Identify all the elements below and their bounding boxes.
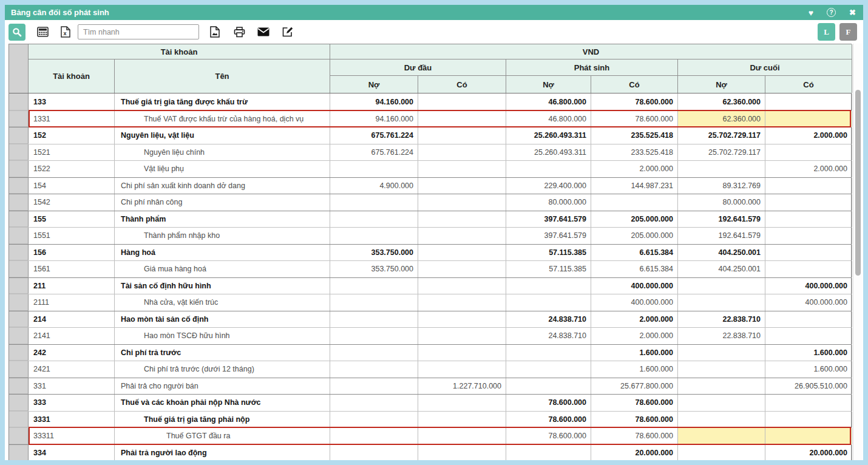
opening-debit-cell[interactable] [330, 445, 418, 461]
table-row[interactable]: 156Hàng hoá353.750.00057.115.3856.615.38… [9, 244, 851, 261]
opening-debit-cell[interactable] [330, 395, 418, 411]
help-icon[interactable]: ? [827, 8, 836, 17]
table-row[interactable]: 2421Chi phí trả trước (dưới 12 tháng)1.6… [9, 361, 851, 378]
period-credit-cell[interactable]: 1.600.000 [591, 345, 678, 361]
closing-debit-cell[interactable]: 62.360.000 [678, 111, 765, 127]
scrollbar-thumb[interactable] [855, 90, 861, 276]
period-credit-cell[interactable]: 78.600.000 [591, 93, 678, 110]
period-debit-cell[interactable] [506, 161, 591, 177]
closing-debit-cell[interactable] [678, 278, 765, 294]
period-credit-cell[interactable]: 1.600.000 [591, 361, 678, 378]
table-row[interactable]: 1331Thuế VAT được khấu trừ của hàng hoá,… [9, 110, 851, 127]
closing-credit-cell[interactable] [765, 178, 852, 194]
closing-debit-cell[interactable] [678, 428, 765, 444]
period-credit-cell[interactable]: 78.600.000 [591, 111, 678, 127]
closing-credit-cell[interactable] [765, 412, 852, 428]
period-debit-cell[interactable]: 24.838.710 [506, 311, 591, 328]
period-debit-cell[interactable]: 78.600.000 [506, 412, 591, 428]
closing-credit-cell[interactable] [765, 93, 852, 110]
opening-credit-cell[interactable] [418, 127, 506, 144]
opening-credit-cell[interactable] [418, 311, 506, 328]
closing-debit-cell[interactable]: 62.360.000 [678, 93, 765, 110]
opening-credit-cell[interactable] [418, 144, 506, 161]
opening-debit-cell[interactable]: 94.160.000 [330, 111, 418, 127]
account-code-cell[interactable]: 2111 [29, 294, 115, 311]
period-debit-cell[interactable] [506, 278, 591, 294]
opening-credit-cell[interactable] [418, 161, 506, 177]
closing-credit-cell[interactable] [765, 111, 852, 127]
close-icon[interactable]: ✖ [849, 8, 856, 16]
table-row[interactable]: 333Thuế và các khoản phải nộp Nhà nước78… [9, 394, 851, 411]
row-selector-cell[interactable] [9, 161, 29, 177]
table-row[interactable]: 154Chi phí sản xuất kinh doanh dở dang4.… [9, 177, 851, 194]
print-button[interactable] [232, 25, 246, 39]
calculator-button[interactable] [35, 25, 50, 39]
row-selector-cell[interactable] [9, 194, 29, 211]
account-name-cell[interactable]: Thuế GTGT đầu ra [115, 428, 330, 444]
closing-debit-cell[interactable]: 404.250.001 [678, 245, 765, 261]
closing-debit-cell[interactable]: 80.000.000 [678, 194, 765, 211]
account-name-cell[interactable]: Chi phí nhân công [115, 194, 330, 211]
opening-credit-cell[interactable] [418, 93, 506, 110]
period-credit-cell[interactable]: 78.600.000 [591, 428, 678, 444]
closing-debit-cell[interactable] [678, 412, 765, 428]
account-code-cell[interactable]: 1551 [29, 228, 115, 244]
period-credit-cell[interactable]: 78.600.000 [591, 395, 678, 411]
account-name-cell[interactable]: Thuế và các khoản phải nộp Nhà nước [115, 395, 330, 411]
account-name-cell[interactable]: Phải trả người lao động [115, 445, 330, 461]
period-credit-cell[interactable]: 235.525.418 [591, 127, 678, 144]
table-row[interactable]: 1521Nguyên liệu chính675.761.22425.260.4… [9, 144, 851, 161]
period-debit-cell[interactable] [506, 378, 591, 395]
account-name-cell[interactable]: Chi phí trả trước (dưới 12 tháng) [115, 361, 330, 378]
opening-debit-cell[interactable] [330, 428, 418, 444]
opening-credit-cell[interactable] [418, 194, 506, 211]
closing-credit-cell[interactable]: 20.000.000 [765, 445, 852, 461]
opening-credit-cell[interactable] [418, 328, 506, 344]
closing-credit-cell[interactable]: 2.000.000 [765, 127, 852, 144]
period-credit-cell[interactable]: 233.525.418 [591, 144, 678, 161]
opening-debit-cell[interactable]: 675.761.224 [330, 127, 418, 144]
opening-credit-cell[interactable] [418, 178, 506, 194]
account-name-cell[interactable]: Thuế giá trị gia tăng phải nộp [115, 412, 330, 428]
account-code-cell[interactable]: 2421 [29, 361, 115, 378]
row-selector-cell[interactable] [9, 228, 29, 244]
closing-debit-cell[interactable]: 25.702.729.117 [678, 144, 765, 161]
row-selector-cell[interactable] [9, 111, 29, 127]
row-selector-cell[interactable] [9, 428, 29, 444]
period-credit-cell[interactable]: 2.000.000 [591, 161, 678, 177]
closing-credit-cell[interactable]: 400.000.000 [765, 294, 852, 311]
account-name-cell[interactable]: Nguyên liệu, vật liệu [115, 127, 330, 144]
account-code-cell[interactable]: 152 [29, 127, 115, 144]
period-debit-cell[interactable]: 25.260.493.311 [506, 127, 591, 144]
table-row[interactable]: 334Phải trả người lao động20.000.00020.0… [9, 444, 851, 461]
closing-credit-cell[interactable] [765, 261, 852, 277]
closing-credit-cell[interactable] [765, 144, 852, 161]
row-selector-cell[interactable] [9, 412, 29, 428]
row-selector-cell[interactable] [9, 144, 29, 161]
row-selector-cell[interactable] [9, 378, 29, 395]
period-credit-cell[interactable]: 6.615.384 [591, 245, 678, 261]
table-row[interactable]: 214Hao mòn tài sản cố định24.838.7102.00… [9, 311, 851, 328]
closing-debit-cell[interactable]: 404.250.001 [678, 261, 765, 277]
closing-debit-cell[interactable]: 192.641.579 [678, 228, 765, 244]
opening-debit-cell[interactable] [330, 345, 418, 361]
closing-credit-cell[interactable] [765, 211, 852, 228]
opening-debit-cell[interactable] [330, 211, 418, 228]
period-credit-cell[interactable]: 2.000.000 [591, 311, 678, 328]
period-debit-cell[interactable]: 57.115.385 [506, 245, 591, 261]
account-code-cell[interactable]: 33311 [29, 428, 115, 444]
opening-credit-cell[interactable] [418, 412, 506, 428]
locate-button[interactable]: L [818, 23, 835, 41]
closing-credit-cell[interactable]: 1.600.000 [765, 345, 852, 361]
period-credit-cell[interactable]: 144.987.231 [591, 178, 678, 194]
table-row[interactable]: 242Chi phí trả trước1.600.0001.600.000 [9, 344, 851, 361]
opening-debit-cell[interactable] [330, 161, 418, 177]
edit-button[interactable] [280, 25, 295, 39]
account-name-cell[interactable]: Hao mòn tài sản cố định [115, 311, 330, 328]
period-debit-cell[interactable] [506, 361, 591, 378]
row-selector-cell[interactable] [9, 294, 29, 311]
row-selector-cell[interactable] [9, 278, 29, 294]
closing-debit-cell[interactable] [678, 294, 765, 311]
period-debit-cell[interactable] [506, 294, 591, 311]
account-code-cell[interactable]: 242 [29, 345, 115, 361]
